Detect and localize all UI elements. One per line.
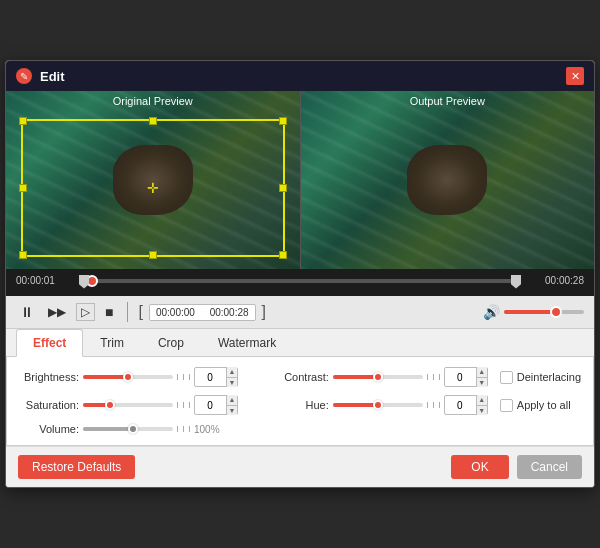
hue-up[interactable]: ▲ (476, 395, 487, 406)
output-video-bg (301, 91, 595, 269)
original-video-rock (113, 145, 193, 215)
effect-volume-slider-track[interactable] (83, 427, 173, 431)
hue-slider-track[interactable] (333, 403, 423, 407)
hue-thumb[interactable] (373, 400, 383, 410)
bracket-right: ] (262, 304, 266, 320)
hue-arrows: ▲ ▼ (476, 395, 487, 415)
brightness-down[interactable]: ▼ (226, 378, 237, 388)
contrast-up[interactable]: ▲ (476, 367, 487, 378)
hue-row: Hue: ▲ ▼ (269, 395, 581, 415)
tick2 (183, 402, 184, 408)
saturation-thumb[interactable] (105, 400, 115, 410)
volume-pct-label: 100% (194, 424, 220, 435)
brightness-thumb[interactable] (123, 372, 133, 382)
hue-down[interactable]: ▼ (476, 406, 487, 416)
hue-label: Hue: (269, 399, 329, 411)
brightness-up[interactable]: ▲ (226, 367, 237, 378)
deinterlacing-checkbox[interactable] (500, 371, 513, 384)
output-video-canvas (301, 91, 595, 269)
volume-slider-thumb[interactable] (550, 306, 562, 318)
volume-ticks (177, 426, 190, 432)
right-options-top: Deinterlacing (500, 371, 581, 384)
tick1 (177, 426, 178, 432)
saturation-arrows: ▲ ▼ (226, 395, 237, 415)
trim-handle-left[interactable] (79, 275, 89, 289)
saturation-row: Saturation: ▲ ▼ (19, 395, 253, 415)
brightness-row: Brightness: ▲ ▼ (19, 367, 253, 387)
trim-display: 00:00:00 00:00:28 (149, 304, 256, 321)
timeline-start-time: 00:00:01 (16, 275, 71, 286)
original-preview-pane: Original Preview ✛ (6, 91, 300, 269)
dialog-title: Edit (40, 69, 65, 84)
contrast-thumb[interactable] (373, 372, 383, 382)
right-buttons: OK Cancel (451, 455, 582, 479)
tick1 (177, 402, 178, 408)
brightness-spinbox[interactable]: ▲ ▼ (194, 367, 238, 387)
saturation-label: Saturation: (19, 399, 79, 411)
timeline-section: 00:00:01 00:00:28 (6, 269, 594, 296)
close-button[interactable]: ✕ (566, 67, 584, 85)
timeline-end-time: 00:00:28 (529, 275, 584, 286)
step-button[interactable]: ▷ (76, 303, 95, 321)
trim-handle-right[interactable] (511, 275, 521, 289)
hue-spinbox[interactable]: ▲ ▼ (444, 395, 488, 415)
tick3 (189, 402, 190, 408)
tick1 (427, 402, 428, 408)
title-bar-left: ✎ Edit (16, 68, 65, 84)
contrast-label: Contrast: (269, 371, 329, 383)
tab-crop[interactable]: Crop (141, 329, 201, 356)
hue-ticks (427, 402, 440, 408)
saturation-slider-track[interactable] (83, 403, 173, 407)
output-video-rock (407, 145, 487, 215)
tick3 (439, 374, 440, 380)
timeline-bar: 00:00:01 00:00:28 (16, 275, 584, 286)
original-video-bg (6, 91, 300, 269)
output-preview-pane: Output Preview (301, 91, 595, 269)
tabs-section: Effect Trim Crop Watermark (6, 329, 594, 357)
contrast-ticks (427, 374, 440, 380)
volume-slider-track[interactable] (504, 310, 584, 314)
brightness-ticks (177, 374, 190, 380)
deinterlacing-row: Deinterlacing (500, 371, 581, 384)
tick3 (439, 402, 440, 408)
cancel-button[interactable]: Cancel (517, 455, 582, 479)
right-options-bottom: Apply to all (500, 399, 571, 412)
saturation-up[interactable]: ▲ (226, 395, 237, 406)
tick1 (427, 374, 428, 380)
stop-button[interactable]: ■ (101, 302, 117, 322)
controls-section: ⏸ ▶▶ ▷ ■ [ 00:00:00 00:00:28 ] 🔊 (6, 296, 594, 329)
effect-volume-fill (83, 427, 133, 431)
restore-defaults-button[interactable]: Restore Defaults (18, 455, 135, 479)
timeline-slider-track[interactable] (79, 279, 521, 283)
tick2 (433, 374, 434, 380)
brightness-slider-track[interactable] (83, 375, 173, 379)
contrast-fill (333, 375, 378, 379)
tick2 (183, 426, 184, 432)
hue-fill (333, 403, 378, 407)
tick3 (189, 374, 190, 380)
tab-trim[interactable]: Trim (83, 329, 141, 356)
effect-volume-thumb[interactable] (128, 424, 138, 434)
contrast-row: Contrast: ▲ ▼ (269, 367, 581, 387)
pause-button[interactable]: ⏸ (16, 302, 38, 322)
tab-watermark[interactable]: Watermark (201, 329, 293, 356)
fast-forward-button[interactable]: ▶▶ (44, 303, 70, 321)
trim-end-time: 00:00:28 (210, 307, 249, 318)
volume-row: Volume: 100% (19, 423, 253, 435)
apply-to-all-checkbox[interactable] (500, 399, 513, 412)
apply-to-all-row: Apply to all (500, 399, 571, 412)
original-video-canvas: ✛ (6, 91, 300, 269)
contrast-slider-track[interactable] (333, 375, 423, 379)
ok-button[interactable]: OK (451, 455, 508, 479)
contrast-down[interactable]: ▼ (476, 378, 487, 388)
deinterlacing-label: Deinterlacing (517, 371, 581, 383)
saturation-spinbox[interactable]: ▲ ▼ (194, 395, 238, 415)
brightness-arrows: ▲ ▼ (226, 367, 237, 387)
saturation-down[interactable]: ▼ (226, 406, 237, 416)
settings-panel: Brightness: ▲ ▼ (6, 357, 594, 446)
saturation-ticks (177, 402, 190, 408)
contrast-spinbox[interactable]: ▲ ▼ (444, 367, 488, 387)
tab-effect[interactable]: Effect (16, 329, 83, 357)
brightness-label: Brightness: (19, 371, 79, 383)
volume-icon: 🔊 (483, 304, 500, 320)
